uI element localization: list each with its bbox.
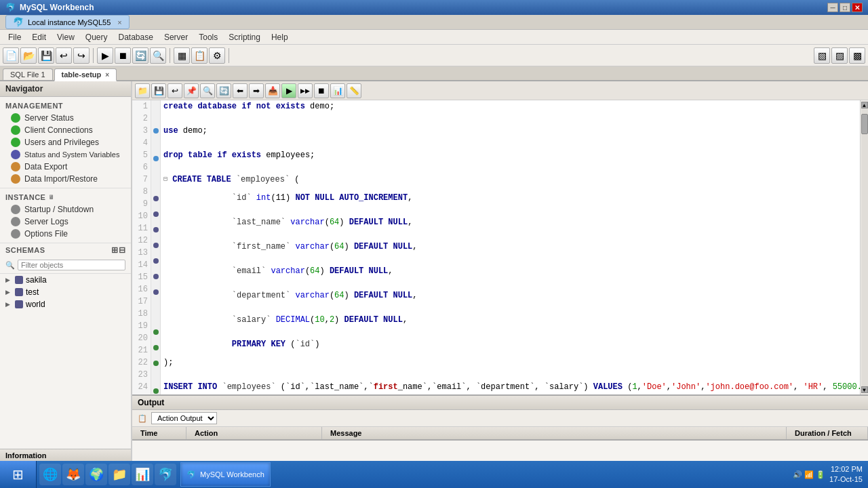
sidebar-item-data-export[interactable]: Data Export bbox=[0, 161, 131, 173]
toolbar-zoom-in[interactable]: 🔍 bbox=[150, 47, 166, 64]
toolbar-open[interactable]: 📂 bbox=[20, 47, 37, 64]
toolbar-undo[interactable]: ↩ bbox=[56, 47, 72, 64]
toolbar-settings[interactable]: ⚙ bbox=[209, 47, 225, 64]
menu-help[interactable]: Help bbox=[266, 31, 294, 43]
scroll-down-btn[interactable]: ▼ bbox=[861, 386, 868, 393]
menu-tools[interactable]: Tools bbox=[193, 31, 223, 43]
toolbar-stop[interactable]: ⏹ bbox=[115, 47, 131, 64]
taskbar-stats-btn[interactable]: 📊 bbox=[132, 464, 153, 485]
toolbar-layout-3[interactable]: ▩ bbox=[849, 47, 865, 64]
col-message: Message bbox=[322, 427, 787, 439]
sql-search-btn[interactable]: 🔍 bbox=[200, 83, 215, 98]
menu-database[interactable]: Database bbox=[113, 31, 159, 43]
menu-query[interactable]: Query bbox=[80, 31, 113, 43]
sakila-icon bbox=[15, 276, 23, 284]
menu-edit[interactable]: Edit bbox=[26, 31, 52, 43]
scroll-thumb-v[interactable] bbox=[861, 114, 868, 134]
connection-tab[interactable]: 🐬 Local instance MySQL55 × bbox=[5, 15, 130, 29]
scroll-track-v[interactable] bbox=[861, 108, 868, 386]
management-section: MANAGEMENT Server Status Client Connecti… bbox=[0, 97, 131, 188]
sidebar-item-users-privileges[interactable]: Users and Privileges bbox=[0, 136, 131, 148]
main-toolbar: 📄 📂 💾 ↩ ↪ ▶ ⏹ 🔄 🔍 ▦ 📋 ⚙ ▧ ▨ ▩ bbox=[0, 45, 868, 66]
schemas-expand-icon[interactable]: ⊞⊟ bbox=[111, 245, 125, 255]
close-button[interactable]: ✕ bbox=[852, 3, 863, 12]
marker-4 bbox=[151, 140, 160, 152]
schema-item-world[interactable]: ▶ world bbox=[0, 298, 131, 310]
toolbar-save[interactable]: 💾 bbox=[38, 47, 54, 64]
tab-table-setup-label: table-setup bbox=[62, 70, 102, 79]
sql-run-btn[interactable]: ▶ bbox=[281, 83, 296, 98]
sql-import-btn[interactable]: 📥 bbox=[265, 83, 280, 98]
sidebar-item-status-variables[interactable]: Status and System Variables bbox=[0, 148, 131, 161]
toolbar-refresh[interactable]: 🔄 bbox=[132, 47, 149, 64]
collapse-btn-7[interactable]: ⊟ bbox=[163, 174, 167, 186]
sidebar-item-startup-shutdown[interactable]: Startup / Shutdown bbox=[0, 203, 131, 216]
sidebar-item-server-status[interactable]: Server Status bbox=[0, 112, 131, 124]
output-header: Output bbox=[132, 396, 868, 410]
title-controls[interactable]: ─ □ ✕ bbox=[827, 3, 863, 12]
schema-filter-input[interactable] bbox=[18, 260, 125, 270]
code-line-10: `first_name` varchar(64) DEFAULT NULL, bbox=[163, 235, 857, 259]
toolbar-new[interactable]: 📄 bbox=[3, 47, 19, 64]
server-logs-icon bbox=[11, 217, 20, 226]
code-line-16 bbox=[163, 369, 857, 381]
data-export-icon bbox=[11, 162, 20, 171]
taskbar-files-btn[interactable]: 📁 bbox=[108, 464, 130, 485]
marker-5 bbox=[151, 156, 160, 168]
marker-9 bbox=[151, 211, 160, 224]
sql-undo-btn[interactable]: ↩ bbox=[167, 83, 182, 98]
title-bar-left: 🐬 MySQL Workbench bbox=[5, 3, 94, 12]
toolbar-layout-2[interactable]: ▨ bbox=[831, 47, 848, 64]
taskbar-ie-btn[interactable]: 🌐 bbox=[39, 464, 61, 485]
marker-16 bbox=[151, 314, 160, 326]
system-tray: 🔊 📶 🔋 12:02 PM 17-Oct-15 bbox=[787, 464, 868, 485]
toolbar-query[interactable]: 📋 bbox=[191, 47, 208, 64]
sql-back-btn[interactable]: ⬅ bbox=[233, 83, 248, 98]
sql-pin-btn[interactable]: 📌 bbox=[184, 83, 199, 98]
toolbar-layout-1[interactable]: ▧ bbox=[814, 47, 830, 64]
menu-file[interactable]: File bbox=[3, 31, 26, 43]
action-output-select[interactable]: Action Output bbox=[151, 412, 217, 424]
sql-refresh-btn[interactable]: 🔄 bbox=[216, 83, 231, 98]
taskbar-app-mysql-workbench[interactable]: 🐬 MySQL Workbench bbox=[180, 462, 271, 487]
sql-open-btn[interactable]: 📁 bbox=[135, 83, 150, 98]
marker-10 bbox=[151, 227, 160, 239]
toolbar-execute[interactable]: ▶ bbox=[97, 47, 113, 64]
taskbar-firefox-btn[interactable]: 🦊 bbox=[62, 464, 84, 485]
toolbar-table[interactable]: ▦ bbox=[174, 47, 190, 64]
tab-table-setup-close[interactable]: × bbox=[105, 71, 109, 79]
connection-tab-close[interactable]: × bbox=[117, 18, 121, 26]
sql-forward-btn[interactable]: ➡ bbox=[249, 83, 264, 98]
sql-run-all-btn[interactable]: ▶▶ bbox=[298, 83, 313, 98]
schema-item-test[interactable]: ▶ test bbox=[0, 286, 131, 298]
sidebar-item-options-file[interactable]: Options File bbox=[0, 228, 131, 240]
line-markers bbox=[151, 100, 161, 394]
menu-server[interactable]: Server bbox=[159, 31, 193, 43]
taskbar-mysql-btn[interactable]: 🐬 bbox=[155, 464, 176, 485]
minimize-button[interactable]: ─ bbox=[827, 3, 838, 12]
maximize-button[interactable]: □ bbox=[840, 3, 850, 12]
marker-20 bbox=[151, 373, 160, 385]
sql-stop-btn[interactable]: ⏹ bbox=[314, 83, 329, 98]
tray-date: 17-Oct-15 bbox=[829, 474, 863, 485]
menu-scripting[interactable]: Scripting bbox=[223, 31, 266, 43]
taskbar-chrome-btn[interactable]: 🌍 bbox=[85, 464, 107, 485]
editor-vscrollbar[interactable]: ▲ ▼ bbox=[860, 100, 868, 394]
code-text-area[interactable]: create database if not exists demo; use … bbox=[161, 100, 860, 394]
menu-view[interactable]: View bbox=[52, 31, 80, 43]
sql-measure-btn[interactable]: 📏 bbox=[347, 83, 361, 98]
code-editor[interactable]: 1234567891011121314151617181920212223242… bbox=[132, 100, 868, 394]
tab-table-setup[interactable]: table-setup × bbox=[54, 68, 117, 81]
scroll-up-btn[interactable]: ▲ bbox=[861, 102, 868, 108]
sql-explain-btn[interactable]: 📊 bbox=[330, 83, 345, 98]
sidebar-item-server-logs[interactable]: Server Logs bbox=[0, 216, 131, 228]
start-button[interactable]: ⊞ bbox=[0, 461, 37, 488]
toolbar-redo[interactable]: ↪ bbox=[73, 47, 90, 64]
client-connections-icon bbox=[11, 125, 20, 135]
sql-save-btn[interactable]: 💾 bbox=[151, 83, 166, 98]
marker-17 bbox=[151, 329, 160, 342]
schema-item-sakila[interactable]: ▶ sakila bbox=[0, 274, 131, 286]
tab-sql-file-1[interactable]: SQL File 1 bbox=[3, 68, 53, 80]
sidebar-item-client-connections[interactable]: Client Connections bbox=[0, 124, 131, 136]
sidebar-item-data-import[interactable]: Data Import/Restore bbox=[0, 173, 131, 185]
